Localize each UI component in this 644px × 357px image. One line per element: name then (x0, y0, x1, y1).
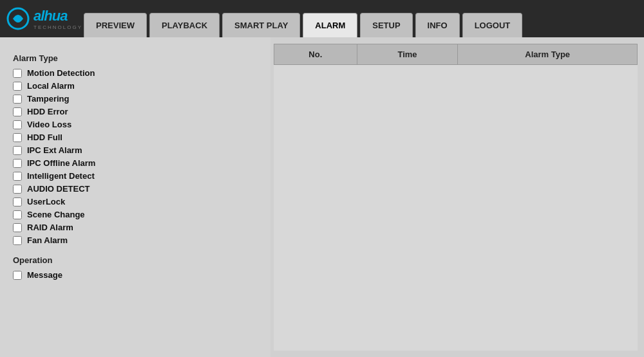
nav-tab-setup[interactable]: SETUP (360, 13, 412, 37)
checkbox-item-raid-alarm: RAID Alarm (13, 223, 258, 232)
operation-items-container: Message (13, 270, 258, 280)
label-audio-detect[interactable]: AUDIO DETECT (27, 184, 90, 194)
checkbox-fan-alarm[interactable] (13, 236, 22, 245)
nav-tab-playback[interactable]: PLAYBACK (149, 13, 220, 37)
checkbox-hdd-full[interactable] (13, 133, 22, 142)
checkbox-item-userlock: UserLock (13, 197, 258, 206)
label-intelligent-detect[interactable]: Intelligent Detect (27, 171, 95, 181)
col-header-no: No. (274, 44, 357, 65)
checkbox-item-intelligent-detect: Intelligent Detect (13, 171, 258, 181)
nav-tab-info[interactable]: INFO (415, 13, 460, 37)
checkbox-video-loss[interactable] (13, 120, 22, 129)
logo-text: alhua (33, 8, 82, 24)
checkbox-intelligent-detect[interactable] (13, 172, 22, 181)
checkbox-ipc-offline-alarm[interactable] (13, 159, 22, 168)
checkbox-item-message: Message (13, 270, 258, 280)
label-local-alarm[interactable]: Local Alarm (27, 81, 75, 91)
label-fan-alarm[interactable]: Fan Alarm (27, 235, 68, 245)
checkbox-item-ipc-offline-alarm: IPC Offline Alarm (13, 158, 258, 168)
checkbox-item-tampering: Tampering (13, 94, 258, 104)
checkbox-tampering[interactable] (13, 95, 22, 104)
left-panel: Alarm Type Motion DetectionLocal AlarmTa… (0, 37, 270, 357)
main-content: Alarm Type Motion DetectionLocal AlarmTa… (0, 37, 644, 357)
alarm-type-title: Alarm Type (13, 53, 258, 63)
nav-tab-logout[interactable]: LOGOUT (462, 13, 523, 37)
checkbox-item-scene-change: Scene Change (13, 210, 258, 219)
checkbox-item-hdd-full: HDD Full (13, 133, 258, 142)
col-header-time: Time (357, 44, 458, 65)
col-header-alarm-type: Alarm Type (458, 44, 638, 65)
label-motion-detection[interactable]: Motion Detection (27, 68, 95, 78)
logo-subtext: TECHNOLOGY (33, 24, 82, 30)
alarm-table: No.TimeAlarm Type (274, 44, 638, 351)
label-userlock[interactable]: UserLock (27, 197, 65, 206)
label-ipc-ext-alarm[interactable]: IPC Ext Alarm (27, 145, 82, 155)
nav-tab-smart-play[interactable]: SMART PLAY (222, 13, 300, 37)
checkbox-hdd-error[interactable] (13, 107, 22, 116)
checkbox-item-hdd-error: HDD Error (13, 107, 258, 116)
checkbox-item-fan-alarm: Fan Alarm (13, 235, 258, 245)
label-hdd-full[interactable]: HDD Full (27, 133, 62, 142)
checkbox-item-ipc-ext-alarm: IPC Ext Alarm (13, 145, 258, 155)
alarm-table-body (274, 65, 638, 351)
checkbox-item-audio-detect: AUDIO DETECT (13, 184, 258, 194)
checkbox-item-video-loss: Video Loss (13, 120, 258, 129)
checkbox-motion-detection[interactable] (13, 69, 22, 78)
label-tampering[interactable]: Tampering (27, 94, 70, 104)
label-scene-change[interactable]: Scene Change (27, 210, 85, 219)
checkbox-message[interactable] (13, 271, 22, 280)
checkbox-ipc-ext-alarm[interactable] (13, 146, 22, 155)
right-panel: No.TimeAlarm Type (270, 37, 644, 357)
operation-title: Operation (13, 255, 258, 265)
label-message[interactable]: Message (27, 270, 62, 280)
checkbox-audio-detect[interactable] (13, 185, 22, 194)
label-raid-alarm[interactable]: RAID Alarm (27, 223, 73, 232)
alarm-items-container: Motion DetectionLocal AlarmTamperingHDD … (13, 68, 258, 245)
checkbox-item-motion-detection: Motion Detection (13, 68, 258, 78)
label-hdd-error[interactable]: HDD Error (27, 107, 68, 116)
dahua-logo-icon (6, 7, 30, 30)
nav-tab-preview[interactable]: PREVIEW (84, 13, 147, 37)
nav-bar: PREVIEWPLAYBACKSMART PLAYALARMSETUPINFOL… (82, 0, 638, 37)
header: alhua TECHNOLOGY PREVIEWPLAYBACKSMART PL… (0, 0, 644, 37)
logo-area: alhua TECHNOLOGY (6, 7, 82, 30)
label-video-loss[interactable]: Video Loss (27, 120, 71, 129)
checkbox-raid-alarm[interactable] (13, 223, 22, 232)
checkbox-item-local-alarm: Local Alarm (13, 81, 258, 91)
nav-tab-alarm[interactable]: ALARM (303, 13, 357, 37)
table-header-row: No.TimeAlarm Type (274, 44, 638, 65)
label-ipc-offline-alarm[interactable]: IPC Offline Alarm (27, 158, 95, 168)
checkbox-userlock[interactable] (13, 197, 22, 206)
checkbox-local-alarm[interactable] (13, 82, 22, 91)
checkbox-scene-change[interactable] (13, 210, 22, 219)
